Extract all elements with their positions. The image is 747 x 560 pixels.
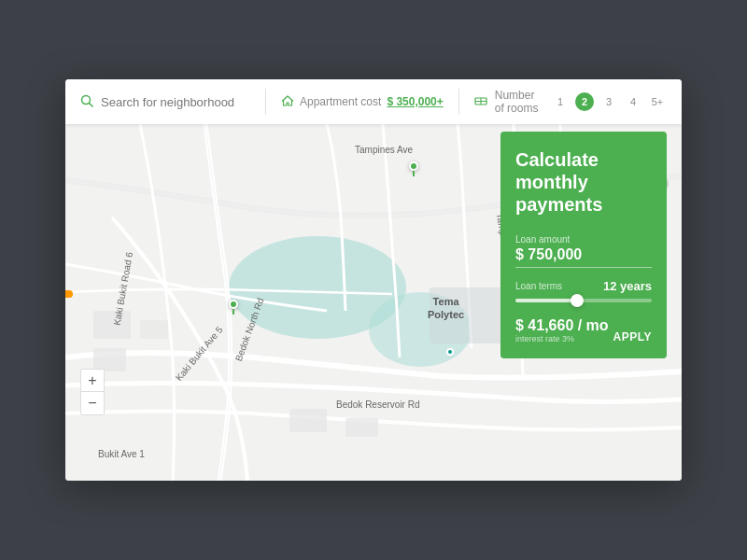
svg-rect-13 (345, 418, 378, 437)
map-label-polytec: TemaPolytec (428, 295, 464, 322)
result-row: $ 41,660 / mo interest rate 3% APPLY (515, 317, 652, 343)
slider-thumb[interactable] (571, 294, 584, 307)
room-option-5plus[interactable]: 5+ (648, 92, 667, 111)
room-option-1[interactable]: 1 (551, 92, 570, 111)
rooms-options: 1 2 3 4 5+ (551, 92, 667, 111)
map-pin-1[interactable] (409, 161, 418, 176)
map-label-bedok-reservoir: Bedok Reservoir Rd (336, 399, 419, 410)
app-window: Appartment cost $ 350,000+ Number of roo… (65, 79, 682, 481)
pin-dot (229, 300, 238, 309)
map-pin-2[interactable] (229, 300, 238, 315)
apply-button[interactable]: APPLY (613, 330, 652, 343)
monthly-payment: $ 41,660 / mo (515, 317, 609, 334)
loan-amount-label: Loan amount (515, 234, 652, 245)
pin-dot (409, 161, 418, 171)
loan-terms-label: Loan terms (515, 281, 562, 291)
top-bar: Appartment cost $ 350,000+ Number of roo… (65, 79, 682, 124)
result-block: $ 41,660 / mo interest rate 3% (515, 317, 609, 343)
loan-terms-value: 12 years (603, 279, 652, 293)
side-marker (65, 290, 73, 298)
interest-note: interest rate 3% (515, 334, 609, 343)
zoom-in-button[interactable]: + (81, 370, 104, 392)
loan-amount-value[interactable]: $ 750,000 (515, 246, 652, 268)
apt-cost-label: Appartment cost (300, 95, 381, 108)
rooms-icon (474, 94, 487, 110)
loan-terms-slider[interactable] (515, 299, 652, 302)
slider-fill (515, 299, 577, 302)
svg-rect-9 (93, 311, 131, 339)
rooms-area: Number of rooms 1 2 3 4 5+ (474, 89, 667, 115)
home-icon (281, 94, 294, 110)
map-label-bukit-ave: Bukit Ave 1 (98, 449, 145, 459)
rooms-label: Number of rooms (495, 89, 543, 115)
pin-line (413, 171, 415, 176)
map-label-tampines-ave: Tampines Ave (355, 145, 413, 155)
loan-terms-row: Loan terms 12 years (515, 279, 652, 293)
svg-rect-11 (140, 320, 168, 339)
calculator-title: Calculate monthly payments (515, 148, 652, 216)
search-area (80, 94, 250, 110)
divider-1 (265, 89, 266, 115)
search-icon (80, 94, 93, 110)
pin-line (233, 309, 234, 315)
svg-rect-12 (289, 409, 327, 432)
svg-line-1 (90, 103, 93, 106)
divider-2 (458, 89, 459, 115)
zoom-controls: + − (80, 369, 105, 415)
apt-cost-value[interactable]: $ 350,000+ (387, 95, 443, 108)
search-input[interactable] (101, 95, 250, 109)
calculator-panel: Calculate monthly payments Loan amount $… (500, 132, 667, 358)
apt-cost-area: Appartment cost $ 350,000+ (281, 94, 444, 110)
map-area: Tampines Ave Bedok North Rd Kaki Bukit A… (65, 124, 682, 481)
room-option-3[interactable]: 3 (599, 92, 618, 111)
room-option-4[interactable]: 4 (624, 92, 642, 111)
map-background: Tampines Ave Bedok North Rd Kaki Bukit A… (65, 124, 682, 481)
poi-dot-1 (446, 348, 454, 356)
room-option-2[interactable]: 2 (575, 92, 594, 111)
zoom-out-button[interactable]: − (81, 392, 104, 414)
